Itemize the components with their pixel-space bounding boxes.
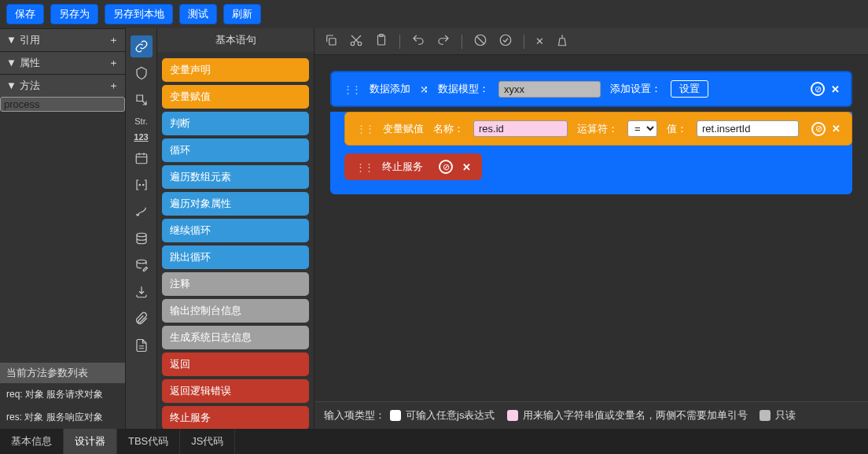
path-icon[interactable]: [131, 201, 153, 223]
block-title: 变量赋值: [383, 122, 424, 136]
block-title: 数据添加: [370, 82, 410, 96]
tab-js[interactable]: JS代码: [180, 429, 235, 454]
var-name-input[interactable]: [473, 120, 568, 137]
field-label: 数据模型：: [438, 82, 489, 96]
section-method[interactable]: ▼方法 ＋: [0, 74, 125, 97]
field-label: 值：: [667, 122, 687, 136]
palette-item[interactable]: 遍历数组元素: [162, 165, 309, 189]
close-icon[interactable]: ✕: [832, 123, 840, 135]
chevron-down-icon: ▼: [6, 79, 17, 91]
cut-icon[interactable]: [349, 33, 363, 50]
palette-item[interactable]: 判断: [162, 112, 309, 135]
method-item-process[interactable]: process: [0, 97, 125, 112]
svg-point-3: [137, 233, 146, 237]
input-type-legend: 输入项类型： 可输入任意js表达式 用来输入字符串值或变量名，两侧不需要加单引号…: [314, 401, 868, 429]
save-local-button[interactable]: 另存到本地: [105, 4, 173, 24]
database-edit-icon[interactable]: [131, 254, 153, 276]
section-attribute[interactable]: ▼属性 ＋: [0, 51, 125, 74]
svg-rect-5: [329, 39, 336, 45]
number-icon[interactable]: 123: [134, 132, 148, 142]
data-model-input[interactable]: [498, 81, 601, 98]
palette-item[interactable]: 循环: [162, 138, 309, 162]
plus-icon[interactable]: ＋: [108, 79, 119, 93]
settings-button[interactable]: 设置: [671, 80, 708, 98]
palette-item[interactable]: 生成系统日志信息: [162, 326, 309, 349]
param-list-title: 当前方法参数列表: [0, 363, 125, 383]
block-title: 终止服务: [382, 160, 423, 174]
refresh-button[interactable]: 刷新: [223, 4, 261, 24]
close-icon[interactable]: ✕: [462, 161, 471, 173]
palette-item[interactable]: 返回: [162, 352, 309, 376]
var-value-input[interactable]: [697, 120, 799, 137]
block-var-assign[interactable]: ⋮⋮ 变量赋值 名称： 运算符： = 值： ⊘ ✕: [344, 112, 852, 146]
save-as-button[interactable]: 另存为: [50, 4, 98, 24]
bottom-tabs: 基本信息 设计器 TBS代码 JS代码: [0, 429, 868, 454]
svg-point-4: [137, 260, 146, 264]
redo-icon[interactable]: [436, 33, 451, 50]
svg-point-2: [142, 184, 144, 186]
download-icon[interactable]: [131, 281, 153, 303]
statement-palette: 基本语句 变量声明变量赋值判断循环遍历数组元素遍历对象属性继续循环跳出循环注释输…: [157, 28, 314, 429]
attachment-icon[interactable]: [131, 308, 153, 330]
drag-handle-icon[interactable]: ⋮⋮: [343, 83, 360, 95]
block-terminate[interactable]: ⋮⋮ 终止服务 ⊘ ✕: [344, 153, 482, 180]
category-strip: Str. 123: [126, 28, 157, 429]
disable-icon[interactable]: [473, 33, 487, 50]
palette-item[interactable]: 终止服务: [162, 406, 309, 429]
string-icon[interactable]: Str.: [134, 116, 148, 126]
swatch-pink: [507, 410, 518, 421]
brackets-icon[interactable]: [131, 174, 153, 196]
tab-tbs[interactable]: TBS代码: [117, 429, 180, 454]
palette-item[interactable]: 返回逻辑错误: [162, 379, 309, 403]
save-button[interactable]: 保存: [6, 4, 44, 24]
link-icon[interactable]: [131, 35, 153, 57]
field-label: 添加设置：: [610, 82, 661, 96]
chevron-down-icon: ▼: [6, 34, 17, 46]
palette-item[interactable]: 变量声明: [162, 58, 309, 82]
svg-point-1: [139, 184, 141, 186]
test-button[interactable]: 测试: [179, 4, 217, 24]
top-toolbar: 保存 另存为 另存到本地 测试 刷新: [0, 0, 868, 28]
disable-icon[interactable]: ⊘: [811, 82, 825, 96]
disable-icon[interactable]: ⊘: [811, 122, 826, 136]
clean-icon[interactable]: [555, 33, 569, 50]
svg-point-11: [500, 35, 511, 46]
copy-icon[interactable]: [324, 33, 338, 50]
drag-handle-icon[interactable]: ⋮⋮: [356, 123, 373, 135]
chevron-down-icon: ▼: [6, 57, 17, 68]
section-reference[interactable]: ▼引用 ＋: [0, 28, 125, 51]
tab-info[interactable]: 基本信息: [0, 429, 64, 454]
plus-icon[interactable]: ＋: [108, 33, 119, 47]
undo-icon[interactable]: [411, 33, 425, 50]
disable-icon[interactable]: ⊘: [439, 160, 453, 174]
shield-icon[interactable]: [131, 62, 153, 84]
field-label: 运算符：: [577, 122, 618, 136]
swatch-white: [390, 410, 401, 421]
database-icon[interactable]: [131, 227, 153, 249]
swatch-gray: [760, 410, 771, 421]
document-icon[interactable]: [131, 334, 153, 356]
block-data-add[interactable]: ⋮⋮ 数据添加 ⤮ 数据模型： 添加设置： 设置 ⊘ ✕: [330, 71, 852, 107]
palette-title: 基本语句: [157, 28, 314, 52]
drag-handle-icon[interactable]: ⋮⋮: [355, 161, 373, 173]
export-icon[interactable]: [131, 89, 153, 111]
plus-icon[interactable]: ＋: [108, 56, 119, 70]
canvas-area: ✕ ⋮⋮ 数据添加 ⤮ 数据模型： 添加设置： 设置 ⊘ ✕ ⋮⋮ 变量赋: [314, 28, 868, 429]
close-icon[interactable]: ✕: [535, 35, 544, 47]
close-icon[interactable]: ✕: [831, 83, 840, 95]
palette-item[interactable]: 跳出循环: [162, 245, 309, 269]
paste-icon[interactable]: [374, 33, 388, 50]
param-line: req: 对象 服务请求对象: [0, 383, 125, 406]
check-icon[interactable]: [498, 33, 513, 50]
palette-item[interactable]: 遍历对象属性: [162, 192, 309, 216]
palette-item[interactable]: 继续循环: [162, 219, 309, 242]
palette-item[interactable]: 输出控制台信息: [162, 299, 309, 323]
section-label: 属性: [20, 57, 40, 68]
palette-item[interactable]: 注释: [162, 272, 309, 296]
operator-select[interactable]: =: [627, 120, 657, 137]
tab-designer[interactable]: 设计器: [64, 429, 117, 454]
calendar-icon[interactable]: [131, 147, 153, 169]
param-line: res: 对象 服务响应对象: [0, 406, 125, 429]
shuffle-icon[interactable]: ⤮: [420, 83, 428, 95]
palette-item[interactable]: 变量赋值: [162, 85, 309, 109]
